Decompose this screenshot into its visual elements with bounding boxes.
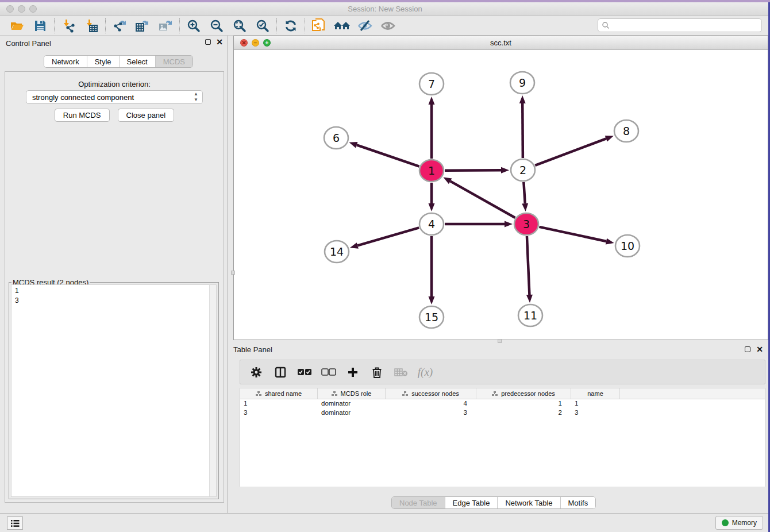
graph-node-11[interactable]: 11 [518,304,542,326]
graph-edge-3-1[interactable] [443,178,515,218]
graph-edge-1-6[interactable] [349,142,419,167]
graph-edge-1-7[interactable] [429,97,435,159]
graph-edge-2-9[interactable] [519,95,526,158]
graph-edge-4-15[interactable] [429,236,435,304]
tab-style[interactable]: Style [87,56,119,67]
table-cell[interactable]: 3 [571,408,620,418]
show-all-button[interactable] [376,17,399,34]
delete-column-button[interactable] [367,364,387,381]
export-network-button[interactable] [108,17,131,34]
table-cell[interactable]: 3 [386,408,476,418]
tab-node-table[interactable]: Node Table [392,497,445,508]
tab-network[interactable]: Network [44,56,87,67]
table-row[interactable]: 3dominator323 [240,408,765,418]
import-table-button[interactable] [80,17,103,34]
graph-edge-1-2[interactable] [445,167,509,174]
zoom-selected-icon [255,18,270,33]
hide-selected-button[interactable] [353,17,376,34]
table-cell[interactable]: 1 [240,399,318,408]
mcds-result-area[interactable]: 1 3 [11,284,217,497]
node-table: shared nameMCDS rolesuccessor nodesprede… [240,388,765,487]
table-cell[interactable]: dominator [318,408,386,418]
zoom-in-icon [186,18,201,33]
memory-button[interactable]: Memory [715,516,763,530]
table-panel-float-icon[interactable] [745,346,750,352]
split-divider-grip[interactable] [498,339,502,343]
graph-node-15[interactable]: 15 [419,306,444,328]
graph-node-4[interactable]: 4 [419,213,444,235]
network-frame-title: scc.txt [234,38,768,47]
zoom-in-button[interactable] [182,17,205,34]
table-body: 1dominator4113dominator323 [240,399,765,418]
column-header-successor-nodes[interactable]: successor nodes [386,388,476,399]
graph-node-3[interactable]: 3 [514,213,538,235]
tab-motifs[interactable]: Motifs [560,497,596,508]
function-builder-button[interactable]: f(x) [415,364,436,381]
graph-node-9[interactable]: 9 [510,72,534,94]
clone-network-button[interactable] [307,17,330,34]
graph-edge-4-14[interactable] [350,228,419,248]
graph-edge-2-3[interactable] [522,182,528,211]
control-panel-float-icon[interactable] [205,39,211,45]
graph-edge-2-8[interactable] [535,136,614,165]
table-panel-close-icon[interactable]: ✕ [756,346,763,353]
column-type-icon [402,391,409,396]
select-all-columns-button[interactable] [294,364,315,381]
graph-node-7[interactable]: 7 [419,73,444,95]
control-panel-close-icon[interactable]: ✕ [216,38,223,45]
import-network-button[interactable] [57,17,80,34]
run-mcds-button[interactable]: Run MCDS [55,109,110,122]
column-header-predecessor-nodes[interactable]: predecessor nodes [476,388,571,399]
optimization-criterion-label: Optimization criterion: [5,80,224,88]
split-divider-grip[interactable] [231,271,235,275]
apply-layout-button[interactable] [279,17,302,34]
export-image-button[interactable] [154,17,177,34]
graph-node-2[interactable]: 2 [511,159,535,181]
graph-edge-1-4[interactable] [429,183,435,211]
tab-mcds[interactable]: MCDS [155,56,192,67]
open-session-button[interactable] [6,17,29,34]
table-cell[interactable]: dominator [318,399,386,408]
column-header-mcds-role[interactable]: MCDS role [318,388,386,399]
delete-table-button[interactable] [391,364,411,381]
graph-node-1[interactable]: 1 [419,160,444,182]
graph-edge-3-11[interactable] [526,236,533,303]
column-header-shared-name[interactable]: shared name [240,388,318,399]
search-input[interactable] [610,20,761,31]
table-cell[interactable]: 1 [571,399,620,408]
graph-node-10[interactable]: 10 [615,235,640,257]
table-cell[interactable]: 3 [240,408,318,418]
table-cell[interactable]: 2 [476,408,571,418]
column-header-name[interactable]: name [571,388,620,399]
toggle-column-panel-button[interactable] [270,364,291,381]
table-cell[interactable]: 4 [386,399,476,408]
network-canvas[interactable]: 7968124314101511 [234,50,768,340]
table-settings-button[interactable] [246,364,267,381]
zoom-fit-button[interactable] [228,17,251,34]
deselect-all-columns-button[interactable] [318,364,339,381]
table-panel-title: Table Panel [233,345,272,354]
graph-node-14[interactable]: 14 [325,241,349,263]
graph-node-6[interactable]: 6 [324,127,348,149]
tab-edge-table[interactable]: Edge Table [445,497,498,508]
export-table-button[interactable] [131,17,154,34]
table-cell[interactable]: 1 [476,399,571,408]
zoom-out-button[interactable] [205,17,228,34]
table-row[interactable]: 1dominator411 [240,399,765,408]
search-field[interactable] [598,18,762,32]
tab-select[interactable]: Select [119,56,155,67]
mcds-panel: Optimization criterion: strongly connect… [5,71,224,503]
graph-edge-4-3[interactable] [445,221,513,228]
save-session-button[interactable] [29,17,52,34]
zoom-selected-button[interactable] [251,17,274,34]
create-column-button[interactable] [342,364,363,381]
result-scrollbar[interactable] [209,285,216,496]
first-neighbors-button[interactable] [330,17,353,34]
graph-edge-3-10[interactable] [539,227,614,245]
task-history-button[interactable] [7,516,23,530]
close-panel-button[interactable]: Close panel [118,109,175,122]
criterion-dropdown[interactable]: strongly connected component ▲▼ [26,90,203,104]
column-label: MCDS role [341,390,372,397]
tab-network-table[interactable]: Network Table [497,497,560,508]
graph-node-8[interactable]: 8 [614,120,638,142]
